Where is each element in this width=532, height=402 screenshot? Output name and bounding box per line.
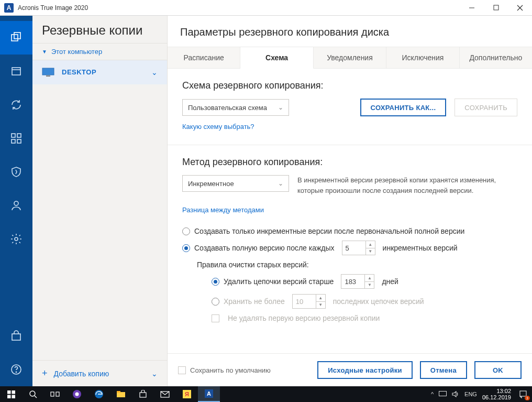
- taskbar-app-store[interactable]: [132, 386, 154, 402]
- nav-sync-icon[interactable]: [0, 88, 32, 122]
- delete-days-input[interactable]: 183: [341, 274, 365, 289]
- svg-rect-39: [520, 391, 526, 396]
- svg-rect-25: [51, 392, 54, 396]
- main-panel: Параметры резервного копирования диска Р…: [168, 16, 532, 386]
- task-view-icon[interactable]: [44, 386, 66, 402]
- sidebar-device-label: Этот компьютер: [51, 48, 102, 56]
- radio-checked-icon: [212, 278, 219, 286]
- scheme-select[interactable]: Пользовательская схема ⌄: [182, 99, 289, 116]
- nav-protection-icon[interactable]: [0, 155, 32, 189]
- caret-down-icon: ⌄: [278, 180, 283, 187]
- tab-advanced[interactable]: Дополнительно: [460, 47, 532, 68]
- svg-point-12: [14, 201, 18, 205]
- cleanup-no-delete-first: Не удалять первую версию резервной копии: [212, 314, 517, 322]
- minimize-button[interactable]: [460, 0, 484, 16]
- save-as-button[interactable]: СОХРАНИТЬ КАК...: [360, 99, 447, 116]
- sidebar-backup-label: DESKTOP: [62, 68, 96, 76]
- svg-rect-5: [14, 32, 20, 39]
- footer-bar: Сохранить по умолчанию Исходные настройк…: [168, 353, 532, 386]
- scheme-select-value: Пользовательская схема: [188, 104, 267, 112]
- taskbar-app-acronis[interactable]: A: [198, 386, 220, 402]
- option-only-incremental[interactable]: Создавать только инкрементные версии пос…: [182, 227, 517, 235]
- nav-account-icon[interactable]: [0, 189, 32, 222]
- ok-button[interactable]: OK: [474, 361, 522, 379]
- chevron-down-icon: ⌄: [151, 68, 158, 77]
- triangle-down-icon: ▼: [42, 49, 47, 55]
- save-button: СОХРАНИТЬ: [455, 99, 517, 116]
- page-title: Параметры резервного копирования диска: [180, 26, 519, 38]
- spinner[interactable]: ▲▼: [366, 241, 375, 255]
- nav-dashboard-icon[interactable]: [0, 122, 32, 155]
- app-title: Acronis True Image 2020: [18, 4, 88, 12]
- svg-rect-8: [12, 134, 15, 137]
- nav-archive-icon[interactable]: [0, 55, 32, 88]
- defaults-button[interactable]: Исходные настройки: [317, 361, 413, 379]
- svg-point-23: [30, 391, 35, 396]
- taskbar-app-edge[interactable]: [88, 386, 110, 402]
- svg-rect-4: [12, 35, 18, 41]
- tab-notifications[interactable]: Уведомления: [314, 47, 386, 68]
- chevron-down-icon: ⌄: [151, 370, 158, 378]
- language-indicator[interactable]: ENG: [464, 391, 477, 397]
- nav-help-icon[interactable]: [0, 353, 32, 386]
- method-diff-link[interactable]: Разница между методами: [182, 206, 264, 214]
- svg-rect-19: [7, 390, 11, 394]
- start-button[interactable]: [0, 386, 22, 402]
- nav-backup-icon[interactable]: [0, 21, 32, 55]
- full-after-input[interactable]: 5: [342, 241, 366, 255]
- search-icon[interactable]: [22, 386, 44, 402]
- nav-settings-icon[interactable]: [0, 222, 32, 256]
- svg-rect-26: [56, 392, 59, 396]
- monitor-icon: [42, 68, 54, 77]
- taskbar-app-yandex[interactable]: [66, 386, 88, 402]
- maximize-button[interactable]: [484, 0, 508, 16]
- keyboard-icon[interactable]: [439, 391, 447, 397]
- sidebar-device-row[interactable]: ▼ Этот компьютер: [32, 43, 167, 60]
- system-tray[interactable]: ^ ENG: [426, 391, 482, 397]
- tab-scheme[interactable]: Схема: [240, 47, 313, 69]
- option-full-after[interactable]: Создавать полную версию после каждых 5 ▲…: [182, 241, 517, 255]
- notifications-icon[interactable]: 3: [514, 386, 532, 402]
- svg-rect-22: [12, 395, 15, 398]
- plus-icon: +: [42, 368, 48, 379]
- cleanup-delete-older[interactable]: Удалить цепочки версий старше 183 ▲▼ дне…: [212, 274, 517, 289]
- tab-schedule[interactable]: Расписание: [168, 47, 240, 68]
- svg-rect-31: [117, 391, 120, 393]
- method-select[interactable]: Инкрементное ⌄: [182, 175, 289, 192]
- checkbox-icon: [178, 366, 186, 374]
- sidebar-backup-item[interactable]: DESKTOP ⌄: [32, 60, 167, 84]
- volume-icon[interactable]: [452, 391, 459, 397]
- nav-store-icon[interactable]: [0, 319, 32, 353]
- add-backup-label: Добавить копию: [54, 370, 109, 378]
- save-default-checkbox[interactable]: Сохранить по умолчанию: [178, 366, 271, 374]
- tab-row: Расписание Схема Уведомления Исключения …: [168, 47, 532, 69]
- radio-icon: [212, 298, 219, 306]
- taskbar-app-yandex-browser[interactable]: Я: [176, 386, 198, 402]
- svg-point-16: [16, 372, 16, 372]
- svg-rect-9: [17, 134, 21, 137]
- tray-chevron-icon[interactable]: ^: [431, 391, 434, 397]
- cleanup-keep-chains[interactable]: Хранить не более 10 ▲▼ последних цепочек…: [212, 294, 517, 309]
- svg-text:Я: Я: [185, 391, 189, 397]
- svg-line-24: [35, 396, 37, 398]
- add-backup-button[interactable]: + Добавить копию ⌄: [32, 360, 167, 386]
- svg-rect-11: [17, 139, 21, 143]
- tab-exclusions[interactable]: Исключения: [386, 47, 459, 68]
- radio-checked-icon: [182, 244, 190, 252]
- svg-rect-14: [12, 334, 20, 340]
- taskbar-app-mail[interactable]: [154, 386, 176, 402]
- checkbox-icon: [212, 314, 219, 322]
- method-select-value: Инкрементное: [188, 180, 234, 188]
- svg-rect-38: [439, 392, 447, 396]
- cancel-button[interactable]: Отмена: [420, 361, 467, 379]
- scheme-help-link[interactable]: Какую схему выбрать?: [182, 123, 254, 131]
- close-button[interactable]: [508, 0, 532, 16]
- titlebar: A Acronis True Image 2020: [0, 0, 532, 16]
- spinner[interactable]: ▲▼: [365, 274, 374, 289]
- svg-rect-32: [140, 393, 146, 397]
- radio-icon: [182, 227, 190, 235]
- taskbar-clock[interactable]: 13:02 06.12.2019: [482, 388, 514, 400]
- taskbar-app-explorer[interactable]: [110, 386, 132, 402]
- sidebar: Резервные копии ▼ Этот компьютер DESKTOP…: [32, 16, 168, 386]
- caret-down-icon: ⌄: [278, 104, 283, 111]
